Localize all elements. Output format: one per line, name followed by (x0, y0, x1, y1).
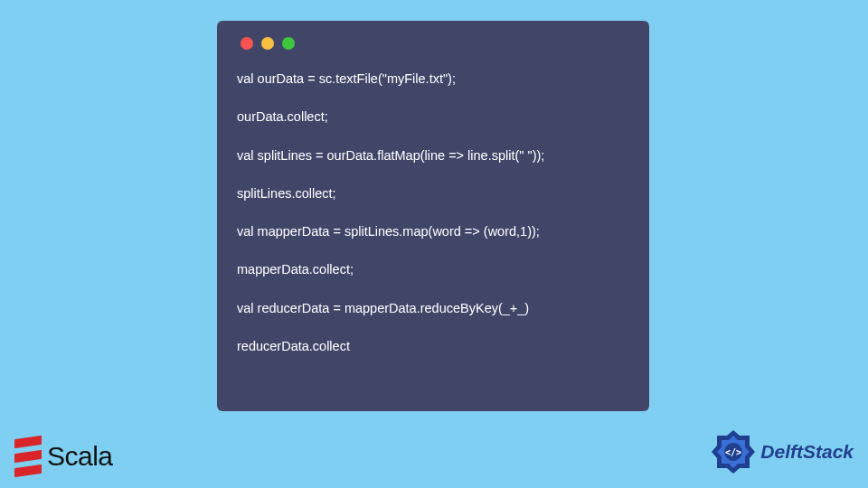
code-line: mapperData.collect; (237, 260, 629, 278)
code-line: val ourData = sc.textFile("myFile.txt"); (237, 70, 629, 88)
code-line: val reducerData = mapperData.reduceByKey… (237, 299, 629, 317)
scala-logo: Scala (14, 437, 113, 475)
scala-logo-icon (14, 436, 42, 477)
window-controls (241, 37, 629, 50)
code-card: val ourData = sc.textFile("myFile.txt");… (217, 21, 649, 411)
svg-text:</>: </> (725, 447, 741, 457)
maximize-icon (282, 37, 295, 50)
delftstack-logo: </> DelftStack (710, 428, 854, 475)
code-line: val splitLines = ourData.flatMap(line =>… (237, 146, 629, 164)
code-line: reducerData.collect (237, 337, 629, 355)
code-block: val ourData = sc.textFile("myFile.txt");… (237, 70, 629, 355)
minimize-icon (261, 37, 274, 50)
code-line: splitLines.collect; (237, 184, 629, 202)
close-icon (241, 37, 253, 50)
code-line: ourData.collect; (237, 108, 629, 126)
code-line: val mapperData = splitLines.map(word => … (237, 222, 629, 240)
delftstack-logo-text: DelftStack (760, 441, 854, 463)
scala-logo-text: Scala (47, 441, 113, 472)
delftstack-logo-icon: </> (710, 428, 757, 475)
